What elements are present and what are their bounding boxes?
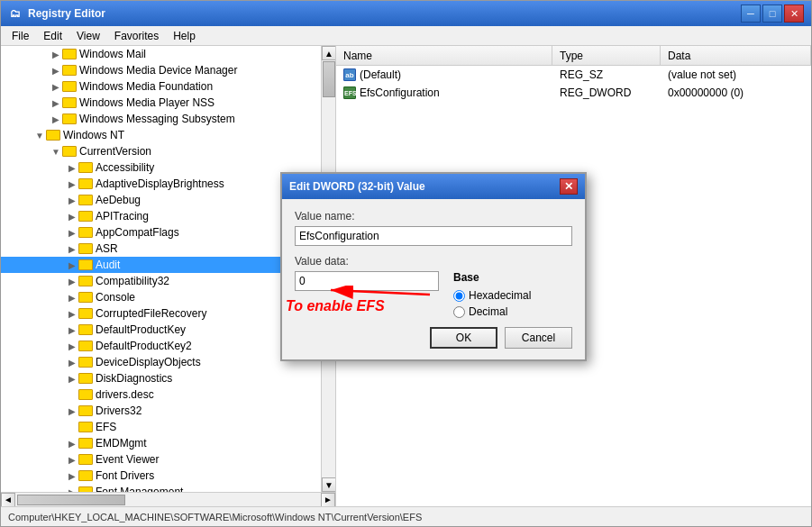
tree-item-console[interactable]: ▶ Console xyxy=(1,289,321,305)
tree-label-aedebug: AeDebug xyxy=(96,194,141,206)
tree-item-apitracing[interactable]: ▶ APITracing xyxy=(1,208,321,224)
tree-item-drivers32[interactable]: ▶ Drivers32 xyxy=(1,403,321,419)
tree-item-windows-media-foundation[interactable]: ▶ Windows Media Foundation xyxy=(1,78,321,95)
h-scroll-thumb[interactable] xyxy=(17,495,125,505)
col-header-name[interactable]: Name xyxy=(336,46,552,65)
maximize-button[interactable]: □ xyxy=(762,5,782,23)
close-button[interactable]: ✕ xyxy=(784,5,804,23)
col-header-data[interactable]: Data xyxy=(661,46,811,65)
value-data-row: To enable EFS Base Hexadecimal Decimal xyxy=(295,271,572,318)
expander-asr[interactable]: ▶ xyxy=(66,242,78,255)
tree-item-aedebug[interactable]: ▶ AeDebug xyxy=(1,192,321,208)
expander-event-viewer[interactable]: ▶ xyxy=(66,453,78,466)
folder-icon xyxy=(78,195,93,205)
value-data-label: Value data: xyxy=(295,255,572,268)
expander-disk-diagnostics[interactable]: ▶ xyxy=(66,372,78,385)
expander-compatibility32[interactable]: ▶ xyxy=(66,275,78,287)
expander-windows-nt[interactable]: ▼ xyxy=(33,129,46,141)
expander-audit[interactable]: ▶ xyxy=(66,259,78,271)
tree-item-default-product-key[interactable]: ▶ DefaultProductKey xyxy=(1,322,321,338)
tree-item-disk-diagnostics[interactable]: ▶ DiskDiagnostics xyxy=(1,370,321,386)
tree-item-font-management[interactable]: ▶ Font Management xyxy=(1,484,321,492)
tree-label-disk-diagnostics: DiskDiagnostics xyxy=(96,372,172,385)
expander-windows-media-foundation[interactable]: ▶ xyxy=(50,80,62,93)
expander-apitracing[interactable]: ▶ xyxy=(66,210,78,223)
value-name-input[interactable] xyxy=(295,226,572,246)
scroll-left-button[interactable]: ◄ xyxy=(1,493,15,507)
menu-view[interactable]: View xyxy=(69,28,107,44)
cancel-button[interactable]: Cancel xyxy=(505,327,572,349)
tree-item-windows-messaging[interactable]: ▶ Windows Messaging Subsystem xyxy=(1,111,321,127)
expander-corrupted[interactable]: ▶ xyxy=(66,307,78,320)
tree-item-compatibility32[interactable]: ▶ Compatibility32 xyxy=(1,273,321,289)
list-row-efs-config[interactable]: EFS EfsConfiguration REG_DWORD 0x0000000… xyxy=(336,84,811,102)
scroll-up-button[interactable]: ▲ xyxy=(322,46,335,60)
tree-item-audit[interactable]: ▶ Audit xyxy=(1,257,321,273)
menu-file[interactable]: File xyxy=(5,28,36,44)
folder-icon xyxy=(62,114,77,124)
folder-icon xyxy=(62,49,77,59)
cell-name-default: ab (Default) xyxy=(343,68,560,81)
expander-drivers32[interactable]: ▶ xyxy=(66,404,78,417)
expander-efs[interactable] xyxy=(66,421,78,433)
dialog-body: Value name: Value data: To ena xyxy=(282,199,585,359)
list-row-default[interactable]: ab (Default) REG_SZ (value not set) xyxy=(336,66,811,84)
expander-adaptive-display[interactable]: ▶ xyxy=(66,177,78,190)
tree-item-efs[interactable]: EFS xyxy=(1,419,321,435)
folder-icon xyxy=(46,130,60,141)
tree-item-default-product-key2[interactable]: ▶ DefaultProductKey2 xyxy=(1,338,321,354)
expander-device-display[interactable]: ▶ xyxy=(66,356,78,368)
expander-font-management[interactable]: ▶ xyxy=(66,486,78,492)
scroll-down-button[interactable]: ▼ xyxy=(322,477,335,492)
expander-windows-messaging[interactable]: ▶ xyxy=(50,113,62,125)
value-data-input[interactable] xyxy=(295,271,439,291)
menu-help[interactable]: Help xyxy=(166,28,203,44)
tree-item-windows-media-device[interactable]: ▶ Windows Media Device Manager xyxy=(1,62,321,78)
minimize-button[interactable]: ─ xyxy=(741,5,761,23)
menu-edit[interactable]: Edit xyxy=(36,28,69,44)
expander-aedebug[interactable]: ▶ xyxy=(66,194,78,206)
scroll-right-button[interactable]: ► xyxy=(321,493,335,507)
expander-windows-media-device[interactable]: ▶ xyxy=(50,64,62,77)
expander-windows-media-player[interactable]: ▶ xyxy=(50,96,62,109)
expander-default-product-key2[interactable]: ▶ xyxy=(66,340,78,352)
expander-emdmgmt[interactable]: ▶ xyxy=(66,437,78,450)
tree-item-windows-mail[interactable]: ▶ Windows Mail xyxy=(1,46,321,62)
expander-windows-mail[interactable]: ▶ xyxy=(50,48,62,60)
tree-label-windows-messaging: Windows Messaging Subsystem xyxy=(79,113,235,125)
tree-item-font-drivers[interactable]: ▶ Font Drivers xyxy=(1,468,321,484)
tree-label-windows-mail: Windows Mail xyxy=(79,48,146,60)
expander-drivers-desc[interactable] xyxy=(66,388,78,401)
expander-current-version[interactable]: ▼ xyxy=(50,145,62,158)
tree-item-corrupted[interactable]: ▶ CorruptedFileRecovery xyxy=(1,305,321,322)
tree-item-current-version[interactable]: ▼ CurrentVersion xyxy=(1,143,321,159)
tree-item-adaptive-display[interactable]: ▶ AdaptiveDisplayBrightness xyxy=(1,176,321,192)
dialog-close-button[interactable]: ✕ xyxy=(560,178,578,195)
col-header-type[interactable]: Type xyxy=(552,46,661,65)
hexadecimal-radio[interactable] xyxy=(453,290,465,302)
expander-console[interactable]: ▶ xyxy=(66,291,78,304)
tree-horizontal-scrollbar[interactable]: ◄ ► xyxy=(1,492,335,506)
decimal-radio[interactable] xyxy=(453,306,465,318)
tree-label-drivers-desc: drivers.desc xyxy=(96,388,154,401)
tree-label-drivers32: Drivers32 xyxy=(96,404,141,417)
tree-label-default-product-key: DefaultProductKey xyxy=(96,323,186,336)
tree-item-windows-media-player[interactable]: ▶ Windows Media Player NSS xyxy=(1,95,321,111)
tree-label-windows-nt: Windows NT xyxy=(63,129,124,141)
menu-favorites[interactable]: Favorites xyxy=(107,28,166,44)
expander-appcompat[interactable]: ▶ xyxy=(66,226,78,239)
tree-item-device-display[interactable]: ▶ DeviceDisplayObjects xyxy=(1,354,321,370)
tree-item-event-viewer[interactable]: ▶ Event Viewer xyxy=(1,451,321,468)
expander-accessibility[interactable]: ▶ xyxy=(66,161,78,174)
scroll-thumb[interactable] xyxy=(323,61,335,97)
expander-font-drivers[interactable]: ▶ xyxy=(66,469,78,482)
tree-item-accessibility[interactable]: ▶ Accessibility xyxy=(1,159,321,176)
tree-item-emdmgmt[interactable]: ▶ EMDMgmt xyxy=(1,435,321,451)
tree-item-asr[interactable]: ▶ ASR xyxy=(1,241,321,257)
tree-item-drivers-desc[interactable]: drivers.desc xyxy=(1,386,321,403)
menu-bar: File Edit View Favorites Help xyxy=(1,26,811,46)
ok-button[interactable]: OK xyxy=(430,327,497,349)
tree-item-appcompat[interactable]: ▶ AppCompatFlags xyxy=(1,224,321,241)
tree-item-windows-nt[interactable]: ▼ Windows NT xyxy=(1,127,321,143)
expander-default-product-key[interactable]: ▶ xyxy=(66,323,78,336)
